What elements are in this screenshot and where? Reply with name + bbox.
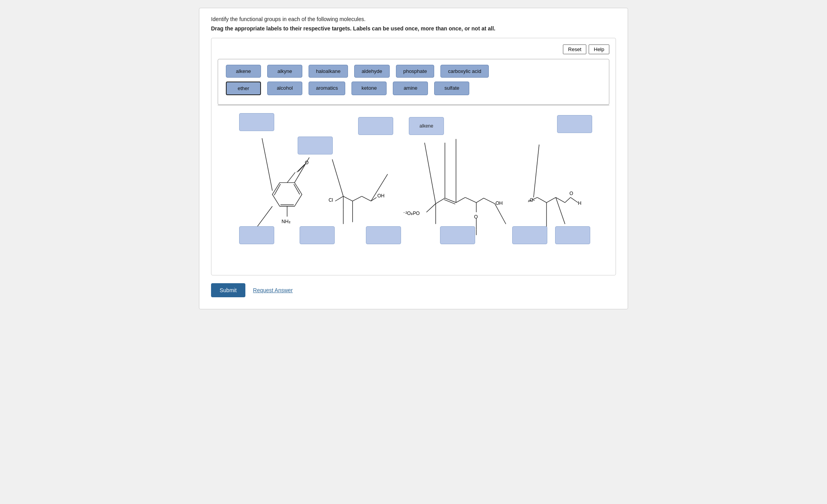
svg-line-7: [298, 164, 305, 172]
svg-line-23: [332, 159, 343, 196]
svg-line-24: [371, 174, 388, 201]
svg-text:OH: OH: [495, 201, 502, 206]
svg-line-30: [456, 197, 465, 202]
drop-box-2[interactable]: [298, 137, 333, 154]
svg-line-38: [484, 198, 495, 204]
bottom-bar: Submit Request Answer: [211, 283, 616, 297]
svg-line-2: [294, 184, 300, 195]
svg-line-16: [353, 196, 362, 201]
svg-line-46: [537, 197, 547, 202]
svg-text:H: H: [578, 201, 581, 206]
svg-line-1: [274, 184, 280, 195]
svg-line-49: [565, 197, 570, 202]
drop-box-5[interactable]: [239, 226, 274, 244]
svg-line-28: [445, 198, 456, 202]
svg-line-26: [426, 204, 436, 212]
svg-line-15: [343, 196, 353, 201]
labels-row-1: alkene alkyne haloalkane aldehyde phosph…: [226, 65, 601, 78]
instructions-bold: Drag the appropriate labels to their res…: [211, 25, 616, 32]
svg-text:OH: OH: [377, 193, 384, 199]
svg-line-29: [444, 200, 455, 204]
drop-box-4[interactable]: [358, 117, 393, 135]
svg-line-27: [436, 198, 445, 204]
svg-line-11: [295, 158, 309, 183]
drop-box-11[interactable]: [555, 226, 590, 244]
label-carboxylic-acid[interactable]: carboxylic acid: [440, 65, 488, 78]
top-buttons: Reset Help: [218, 44, 609, 54]
label-ether[interactable]: ether: [226, 82, 261, 95]
svg-text:⁻²O₃PO: ⁻²O₃PO: [403, 211, 419, 216]
svg-line-5: [297, 164, 305, 172]
svg-line-17: [362, 196, 371, 201]
drop-box-3[interactable]: alkene: [409, 117, 444, 135]
label-alkene[interactable]: alkene: [226, 65, 261, 78]
label-aromatics[interactable]: aromatics: [309, 82, 345, 95]
reset-button[interactable]: Reset: [563, 44, 586, 54]
svg-line-43: [495, 204, 506, 224]
label-phosphate[interactable]: phosphate: [396, 65, 435, 78]
label-sulfate[interactable]: sulfate: [434, 82, 469, 95]
svg-line-48: [556, 197, 565, 202]
label-aldehyde[interactable]: aldehyde: [354, 65, 390, 78]
svg-line-4: [287, 172, 295, 183]
label-amine[interactable]: amine: [393, 82, 428, 95]
svg-line-12: [256, 206, 272, 228]
label-alkyne[interactable]: alkyne: [267, 65, 302, 78]
label-ketone[interactable]: ketone: [351, 82, 387, 95]
svg-line-18: [371, 197, 376, 201]
svg-text:O: O: [570, 191, 573, 196]
submit-button[interactable]: Submit: [211, 283, 245, 297]
svg-marker-0: [272, 183, 302, 206]
drop-box-9[interactable]: [557, 115, 592, 133]
svg-text:-O-: -O-: [528, 197, 535, 203]
svg-text:O: O: [474, 214, 478, 220]
svg-line-34: [465, 197, 476, 202]
svg-text:NH₂: NH₂: [282, 219, 291, 224]
svg-line-53: [534, 145, 539, 197]
drop-box-1[interactable]: [239, 113, 274, 131]
molecules-area: O NH₂ Cl: [218, 105, 609, 269]
svg-line-55: [556, 197, 565, 224]
label-alcohol[interactable]: alcohol: [267, 82, 302, 95]
svg-text:O: O: [305, 160, 309, 165]
svg-line-51: [571, 197, 578, 202]
page-container: Identify the functional groups in each o…: [199, 8, 628, 309]
svg-line-31: [424, 143, 435, 204]
instructions-text: Identify the functional groups in each o…: [211, 16, 616, 22]
label-haloalkane[interactable]: haloalkane: [309, 65, 348, 78]
svg-line-10: [262, 138, 273, 190]
svg-line-44: [528, 197, 538, 202]
help-button[interactable]: Help: [589, 44, 609, 54]
drop-box-7[interactable]: [366, 226, 401, 244]
drop-box-8[interactable]: [440, 226, 475, 244]
labels-row-2: ether alcohol aromatics ketone amine sul…: [226, 82, 601, 95]
main-box: Reset Help alkene alkyne haloalkane alde…: [211, 38, 616, 275]
svg-line-35: [476, 198, 484, 202]
request-answer-button[interactable]: Request Answer: [253, 287, 293, 293]
svg-line-47: [547, 197, 556, 202]
labels-area: alkene alkyne haloalkane aldehyde phosph…: [218, 59, 609, 105]
drop-box-6[interactable]: [300, 226, 335, 244]
svg-line-14: [335, 196, 343, 201]
svg-text:Cl: Cl: [328, 197, 333, 203]
drop-box-10[interactable]: [512, 226, 547, 244]
